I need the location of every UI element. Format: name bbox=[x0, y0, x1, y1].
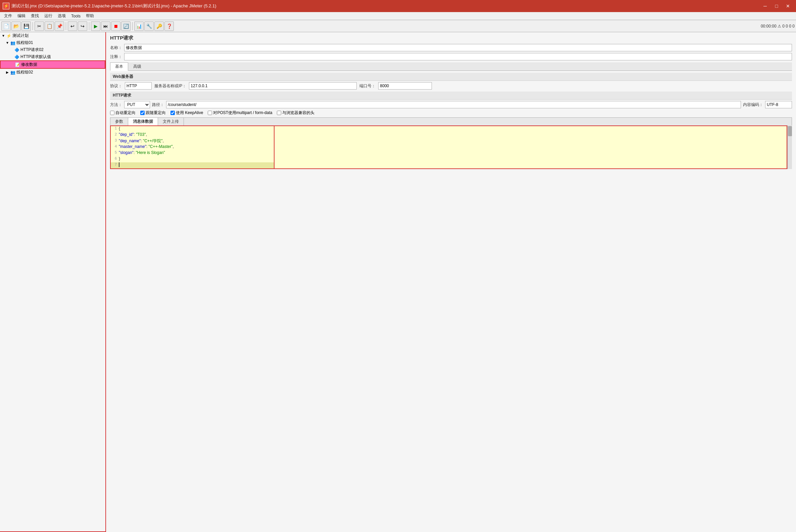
toolbar-sep1 bbox=[33, 22, 33, 30]
tree-label-group01: 线程组01 bbox=[16, 40, 33, 45]
toolbar-sep3 bbox=[89, 22, 89, 30]
editor-scrollbar[interactable] bbox=[787, 126, 792, 169]
encoding-input[interactable] bbox=[765, 101, 792, 108]
check-keepalive-input[interactable] bbox=[170, 111, 175, 115]
server-label: 服务器名称或IP： bbox=[154, 83, 186, 89]
toolbar: 📄 📂 💾 ✂ 📋 📌 ↩ ↪ ▶ ⏭ ⏹ 🔄 📊 🔧 🔑 ❓ 00:00:00… bbox=[0, 20, 796, 32]
toolbar-open[interactable]: 📂 bbox=[12, 21, 21, 31]
tree-label-httpdefault: HTTP请求默认值 bbox=[20, 54, 51, 60]
tree-icon-group01: 👥 bbox=[11, 41, 15, 45]
server-row: 协议： 服务器名称或IP： 端口号： bbox=[110, 82, 792, 90]
port-label: 端口号： bbox=[359, 83, 375, 89]
check-auto-redirect-label: 自动重定向 bbox=[115, 110, 135, 116]
tree-item-http02[interactable]: 🔷 HTTP请求02 bbox=[0, 46, 105, 53]
check-browser-compat-input[interactable] bbox=[277, 111, 281, 115]
toolbar-key[interactable]: 🔑 bbox=[154, 21, 164, 31]
expand-icon-httpdefault bbox=[10, 55, 14, 59]
toolbar-new[interactable]: 📄 bbox=[1, 21, 11, 31]
check-follow-redirect-input[interactable] bbox=[140, 111, 145, 115]
check-keepalive[interactable]: 使用 KeepAlive bbox=[170, 110, 203, 116]
toolbar-redo[interactable]: ↪ bbox=[78, 21, 87, 31]
path-input[interactable] bbox=[166, 101, 741, 108]
tree-label-modifydata: 修改数据 bbox=[21, 62, 37, 68]
menu-file[interactable]: 文件 bbox=[1, 13, 15, 19]
request-row: 方法： PUT GET POST DELETE PATCH 路径： 内容编码： bbox=[110, 101, 792, 108]
check-browser-compat[interactable]: 与浏览器兼容的头 bbox=[277, 110, 314, 116]
name-input[interactable] bbox=[124, 44, 792, 51]
window-controls: ─ □ ✕ bbox=[760, 2, 793, 10]
tree-icon-modifydata: 📝 bbox=[15, 62, 20, 67]
main-tabs: 基本 高级 bbox=[110, 62, 792, 71]
tree-label-group02: 线程组02 bbox=[16, 70, 33, 75]
http-panel: HTTP请求 名称： 注释： 基本 高级 Web服务器 协议： 服务器名称或 bbox=[106, 32, 796, 172]
minimize-button[interactable]: ─ bbox=[760, 2, 771, 10]
check-follow-redirect[interactable]: 跟随重定向 bbox=[140, 110, 166, 116]
body-tab-body[interactable]: 消息体数据 bbox=[128, 118, 158, 126]
check-auto-redirect-input[interactable] bbox=[110, 111, 114, 115]
toolbar-help[interactable]: ❓ bbox=[164, 21, 174, 31]
menu-help[interactable]: 帮助 bbox=[83, 13, 97, 19]
tab-basic[interactable]: 基本 bbox=[110, 62, 128, 71]
menu-run[interactable]: 运行 bbox=[42, 13, 55, 19]
tree-item-root[interactable]: ▼ ⚡ 测试计划 bbox=[0, 32, 105, 39]
method-select[interactable]: PUT GET POST DELETE PATCH bbox=[124, 101, 150, 108]
toolbar-settings[interactable]: 🔧 bbox=[144, 21, 154, 31]
tab-advanced[interactable]: 高级 bbox=[128, 62, 146, 71]
menu-find[interactable]: 查找 bbox=[28, 13, 42, 19]
tree-icon-httpdefault: 🔷 bbox=[15, 55, 19, 59]
comment-label: 注释： bbox=[110, 54, 122, 60]
checkboxes-row: 自动重定向 跟随重定向 使用 KeepAlive 对POST使用multipar… bbox=[110, 110, 792, 116]
comment-input[interactable] bbox=[124, 53, 792, 60]
code-line-7: 7 bbox=[111, 163, 274, 168]
name-row: 名称： bbox=[110, 44, 792, 51]
body-tabs: 参数 消息体数据 文件上传 bbox=[110, 117, 792, 126]
toolbar-run-all[interactable]: ⏭ bbox=[101, 21, 110, 31]
window-title: 测试计划.jmx (D:\Sets\apache-jmeter-5.2.1\ap… bbox=[12, 3, 216, 9]
tree-item-modifydata[interactable]: 📝 修改数据 bbox=[0, 60, 105, 69]
check-multipart[interactable]: 对POST使用multipart / form-data bbox=[208, 110, 272, 116]
path-label: 路径： bbox=[152, 102, 164, 108]
close-button[interactable]: ✕ bbox=[782, 2, 793, 10]
tree-item-httpdefault[interactable]: 🔷 HTTP请求默认值 bbox=[0, 53, 105, 60]
menu-options[interactable]: 选项 bbox=[55, 13, 69, 19]
menu-edit[interactable]: 编辑 bbox=[15, 13, 28, 19]
toolbar-cut[interactable]: ✂ bbox=[35, 21, 44, 31]
main-layout: ▼ ⚡ 测试计划 ▼ 👥 线程组01 🔷 HTTP请求02 🔷 HTTP请求默认… bbox=[0, 32, 796, 532]
method-label: 方法： bbox=[110, 102, 122, 108]
toolbar-save[interactable]: 💾 bbox=[21, 21, 31, 31]
title-bar: ⚡ 测试计划.jmx (D:\Sets\apache-jmeter-5.2.1\… bbox=[0, 0, 796, 12]
editor-wrapper: 1 { 2 "dep_id": "T03", 3 "dep_n bbox=[110, 126, 792, 169]
protocol-label: 协议： bbox=[110, 83, 122, 89]
title-bar-left: ⚡ 测试计划.jmx (D:\Sets\apache-jmeter-5.2.1\… bbox=[3, 3, 216, 10]
body-code-editor[interactable]: 1 { 2 "dep_id": "T03", 3 "dep_n bbox=[110, 126, 275, 169]
toolbar-undo[interactable]: ↩ bbox=[68, 21, 77, 31]
code-line-3: 3 "dep_name": "C++/学院", bbox=[111, 138, 274, 144]
toolbar-reload[interactable]: 🔄 bbox=[121, 21, 131, 31]
toolbar-copy[interactable]: 📋 bbox=[44, 21, 54, 31]
tree-item-group01[interactable]: ▼ 👥 线程组01 bbox=[0, 39, 105, 46]
scrollbar-thumb[interactable] bbox=[788, 126, 792, 136]
port-input[interactable] bbox=[378, 82, 432, 90]
menu-tools[interactable]: Tools bbox=[69, 13, 83, 19]
toolbar-run[interactable]: ▶ bbox=[91, 21, 100, 31]
toolbar-stop[interactable]: ⏹ bbox=[111, 21, 121, 31]
toolbar-paste[interactable]: 📌 bbox=[55, 21, 64, 31]
check-keepalive-label: 使用 KeepAlive bbox=[176, 110, 203, 116]
body-tab-params[interactable]: 参数 bbox=[110, 118, 128, 126]
name-label: 名称： bbox=[110, 45, 122, 51]
http-request-section: HTTP请求 bbox=[110, 92, 792, 100]
maximize-button[interactable]: □ bbox=[771, 2, 782, 10]
check-auto-redirect[interactable]: 自动重定向 bbox=[110, 110, 135, 116]
toolbar-sep2 bbox=[66, 22, 66, 30]
toolbar-stats[interactable]: 📊 bbox=[134, 21, 144, 31]
encoding-label: 内容编码： bbox=[743, 102, 763, 108]
protocol-input[interactable] bbox=[125, 82, 152, 90]
body-tab-files[interactable]: 文件上传 bbox=[158, 118, 184, 126]
toolbar-sep4 bbox=[132, 22, 133, 30]
tree-item-group02[interactable]: ▶ 👥 线程组02 bbox=[0, 69, 105, 76]
left-panel: ▼ ⚡ 测试计划 ▼ 👥 线程组01 🔷 HTTP请求02 🔷 HTTP请求默认… bbox=[0, 32, 106, 532]
server-input[interactable] bbox=[189, 82, 357, 90]
expand-icon-group02: ▶ bbox=[5, 71, 10, 74]
check-multipart-input[interactable] bbox=[208, 111, 212, 115]
menu-bar: 文件 编辑 查找 运行 选项 Tools 帮助 bbox=[0, 12, 796, 20]
